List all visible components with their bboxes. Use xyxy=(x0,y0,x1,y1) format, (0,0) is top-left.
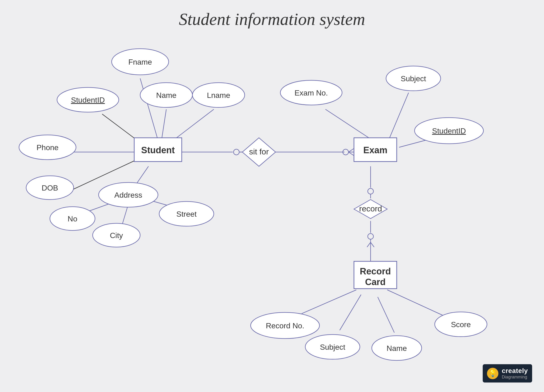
attr-address-label: Address xyxy=(114,191,142,199)
attr-no-label: No xyxy=(68,214,77,223)
attr-recordno-label: Record No. xyxy=(266,321,304,330)
attr-studentid-label: StudentID xyxy=(71,96,105,104)
attr-phone-label: Phone xyxy=(37,143,59,152)
creately-name: creately xyxy=(502,367,528,375)
svg-line-21 xyxy=(390,93,408,138)
creately-tagline: Diagramming xyxy=(502,375,528,380)
attr-studentid2-label: StudentID xyxy=(432,127,466,135)
attr-street-label: Street xyxy=(176,210,196,218)
svg-line-18 xyxy=(349,152,354,156)
attr-score-label: Score xyxy=(451,320,471,329)
svg-line-35 xyxy=(387,290,444,316)
svg-line-6 xyxy=(136,166,148,185)
attr-lname-label: Lname xyxy=(207,91,230,100)
svg-line-32 xyxy=(302,290,356,314)
attr-fname-label: Fname xyxy=(128,58,152,66)
logo-text: creately Diagramming xyxy=(502,367,528,380)
attr-name-label: Name xyxy=(156,91,176,100)
svg-line-29 xyxy=(367,242,371,247)
svg-line-2 xyxy=(173,109,214,140)
svg-line-17 xyxy=(349,148,354,152)
svg-point-24 xyxy=(368,188,373,194)
bulb-icon: 💡 xyxy=(487,368,498,379)
entity-exam-label: Exam xyxy=(363,145,387,155)
attr-subject1-label: Subject xyxy=(401,74,426,83)
entity-student-label: Student xyxy=(141,145,175,155)
rel-sitfor-label: sit for xyxy=(249,147,269,156)
er-diagram: Student Exam Record Card sit for record … xyxy=(0,0,544,392)
creately-logo: 💡 creately Diagramming xyxy=(483,364,532,382)
svg-line-30 xyxy=(371,242,374,247)
svg-line-20 xyxy=(325,109,371,139)
svg-point-11 xyxy=(234,149,239,155)
entity-recordcard-label1: Record xyxy=(360,266,391,276)
svg-line-1 xyxy=(161,109,166,140)
attr-examno-label: Exam No. xyxy=(295,89,328,97)
attr-name2-label: Name xyxy=(386,344,407,353)
svg-line-33 xyxy=(340,295,361,330)
attr-dob-label: DOB xyxy=(41,184,58,192)
svg-point-27 xyxy=(368,233,373,239)
entity-recordcard-label2: Card xyxy=(365,277,386,287)
attr-city-label: City xyxy=(110,231,123,240)
attr-subject2-label: Subject xyxy=(320,343,345,351)
svg-line-34 xyxy=(378,297,394,333)
rel-record-label: record xyxy=(359,204,382,213)
